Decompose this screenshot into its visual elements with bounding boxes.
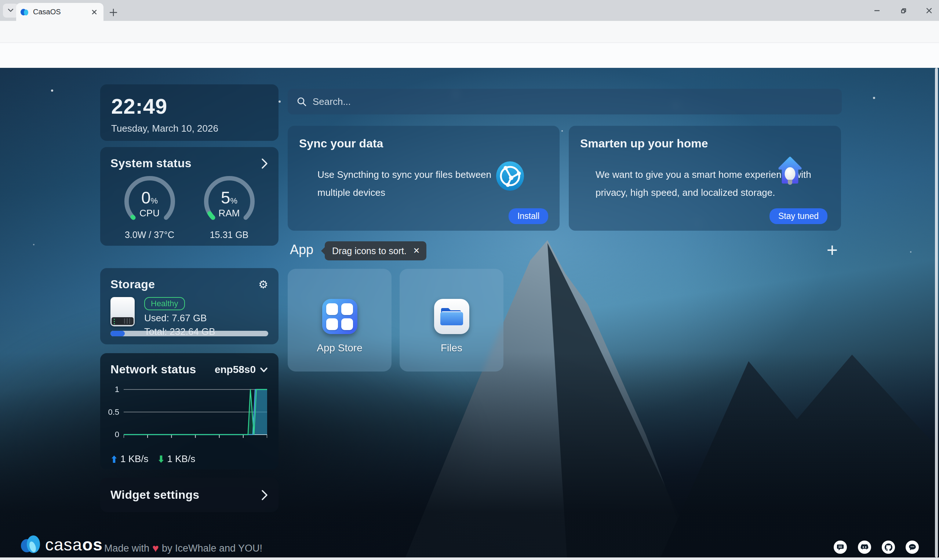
tooltip-close-icon[interactable]: ✕ bbox=[413, 246, 420, 255]
cpu-value: 0 bbox=[141, 188, 151, 207]
new-tab-button[interactable] bbox=[107, 6, 120, 19]
syncthing-logo-icon bbox=[495, 161, 525, 191]
storage-used: Used: 7.67 GB bbox=[144, 312, 215, 324]
discord-icon[interactable] bbox=[858, 540, 871, 554]
search-bar[interactable] bbox=[288, 89, 842, 114]
sync-promo-card: Sync your data Use Syncthing to sync you… bbox=[288, 126, 560, 231]
casaos-favicon-icon bbox=[20, 8, 29, 16]
network-title: Network status bbox=[111, 363, 196, 376]
system-status-widget: System status 0% CPU 3.0W / 37°C bbox=[100, 147, 279, 246]
install-button[interactable]: Install bbox=[509, 208, 548, 224]
add-app-button[interactable]: + bbox=[824, 242, 840, 258]
storage-progress-fill bbox=[111, 331, 125, 336]
cpu-label: CPU bbox=[139, 208, 160, 219]
search-icon bbox=[296, 97, 307, 107]
blog-icon[interactable] bbox=[834, 540, 847, 554]
ytick-1: 1 bbox=[105, 385, 119, 394]
community-chat-icon[interactable] bbox=[906, 540, 919, 554]
browser-tab[interactable]: CasaOS bbox=[16, 3, 103, 21]
ram-label: RAM bbox=[219, 208, 240, 219]
ram-gauge: 5% RAM 15.31 GB bbox=[202, 174, 257, 240]
browser-toolbar: Not secure 192.168.1.122/#/ … Chat bbox=[0, 21, 939, 43]
casaos-logo: casaos bbox=[21, 535, 103, 554]
upload-arrow-icon bbox=[111, 455, 117, 463]
casaos-header bbox=[0, 43, 939, 68]
screen: CasaOS No bbox=[0, 0, 939, 560]
network-chart bbox=[124, 389, 267, 440]
window-bottom-edge bbox=[0, 557, 939, 560]
smart-home-title: Smarten up your home bbox=[569, 126, 841, 150]
download-arrow-icon bbox=[158, 455, 164, 463]
files-folder-icon bbox=[434, 299, 469, 334]
app-tile-label: App Store bbox=[317, 342, 362, 354]
tooltip-text: Drag icons to sort. bbox=[332, 246, 407, 256]
cpu-gauge: 0% CPU 3.0W / 37°C bbox=[122, 174, 177, 240]
network-status-widget: Network status enp58s0 1 0.5 0 1 KB/s 1 … bbox=[100, 353, 279, 469]
gear-icon[interactable]: ⚙ bbox=[258, 279, 268, 290]
interface-name: enp58s0 bbox=[215, 364, 256, 375]
casaos-logo-icon bbox=[21, 535, 42, 554]
smart-home-promo-card: Smarten up your home We want to give you… bbox=[569, 126, 841, 231]
storage-progress-bar bbox=[111, 331, 268, 336]
app-section-title: App bbox=[290, 242, 313, 257]
chevron-down-icon bbox=[7, 8, 14, 14]
ytick-05: 0.5 bbox=[105, 408, 119, 417]
browser-tab-strip: CasaOS bbox=[0, 0, 939, 21]
storage-widget: Storage ⚙ Healthy Used: 7.67 GB Total: 2… bbox=[100, 268, 279, 345]
clock-time: 22:49 bbox=[111, 94, 267, 118]
widget-settings-button[interactable]: Widget settings bbox=[100, 478, 279, 512]
download-legend: 1 KB/s bbox=[158, 453, 196, 465]
app-tile-files[interactable]: Files bbox=[399, 269, 503, 371]
window-close-button[interactable] bbox=[921, 5, 937, 16]
clock-widget: 22:49 Tuesday, March 10, 2026 bbox=[100, 85, 279, 141]
interface-selector[interactable]: enp58s0 bbox=[215, 364, 268, 375]
health-badge: Healthy bbox=[144, 297, 185, 310]
smart-home-icon bbox=[777, 157, 802, 195]
drag-sort-tooltip: Drag icons to sort. ✕ bbox=[325, 241, 426, 260]
hard-drive-icon bbox=[111, 297, 135, 326]
window-restore-button[interactable] bbox=[895, 5, 911, 16]
ram-value: 5 bbox=[221, 188, 230, 207]
window-minimize-button[interactable] bbox=[869, 5, 885, 16]
storage-title: Storage bbox=[111, 278, 155, 291]
stay-tuned-button[interactable]: Stay tuned bbox=[769, 208, 828, 224]
upload-legend: 1 KB/s bbox=[111, 453, 149, 465]
sync-title: Sync your data bbox=[288, 126, 560, 150]
page-scrollbar[interactable] bbox=[935, 68, 938, 557]
github-icon[interactable] bbox=[882, 540, 895, 554]
plus-icon: + bbox=[827, 243, 838, 257]
app-tile-appstore[interactable]: App Store bbox=[288, 269, 392, 371]
chevron-right-icon[interactable] bbox=[261, 158, 268, 169]
clock-date: Tuesday, March 10, 2026 bbox=[111, 123, 267, 134]
tab-close-icon[interactable] bbox=[89, 7, 99, 17]
ram-detail: 15.31 GB bbox=[210, 229, 249, 240]
cpu-detail: 3.0W / 37°C bbox=[125, 229, 174, 240]
system-status-title: System status bbox=[111, 157, 191, 170]
app-store-icon bbox=[322, 299, 358, 334]
chevron-right-icon bbox=[261, 489, 268, 501]
heart-icon: ♥ bbox=[152, 542, 159, 554]
search-input[interactable] bbox=[312, 96, 833, 108]
chevron-down-icon bbox=[259, 365, 268, 374]
footer-credit: Made with ♥ by IceWhale and YOU! bbox=[104, 542, 262, 554]
ytick-0: 0 bbox=[105, 430, 119, 439]
sync-body: Use Syncthing to sync your files between… bbox=[318, 166, 497, 202]
stars bbox=[0, 68, 2, 69]
tab-title: CasaOS bbox=[33, 8, 89, 16]
app-tile-label: Files bbox=[441, 342, 463, 354]
widget-settings-title: Widget settings bbox=[111, 488, 199, 502]
